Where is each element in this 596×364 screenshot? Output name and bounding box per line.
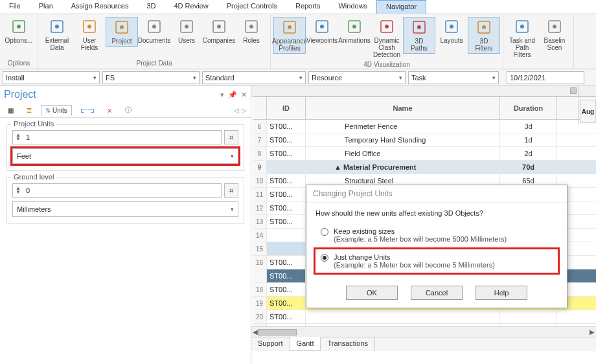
cell-id[interactable]: ST00... — [267, 133, 306, 146]
table-row[interactable]: 9▲ Material Procurement70d — [253, 161, 596, 174]
vscroll-up-icon[interactable] — [570, 87, 577, 94]
menu-3d[interactable]: 3D — [137, 0, 165, 14]
cell-name[interactable] — [306, 310, 500, 323]
hscrollbar[interactable]: ◀ ▶ — [251, 326, 596, 337]
col-name[interactable]: Name — [306, 97, 500, 119]
menu-assign-resources[interactable]: Assign Resources — [62, 0, 138, 14]
table-row[interactable]: 20ST00... — [253, 310, 596, 324]
documents-button[interactable]: Documents — [138, 17, 170, 45]
cell-duration[interactable] — [500, 310, 557, 323]
user-fields-button[interactable]: UserFields — [73, 17, 106, 52]
tab-delete[interactable]: ⨯ — [103, 106, 116, 115]
task-path-filters-button[interactable]: Task andPath Filters — [506, 17, 538, 60]
spinner-icon[interactable]: ▲▼ — [16, 187, 23, 194]
ground-dropdown[interactable]: Millimeters▾ — [12, 201, 238, 217]
cell-id[interactable] — [267, 242, 306, 255]
dropdown-icon[interactable]: ▾ — [220, 91, 224, 99]
layouts-button[interactable]: Layouts — [435, 17, 468, 45]
scroll-right-icon[interactable]: ▶ — [590, 328, 595, 336]
external-data-button[interactable]: ExternalData — [41, 17, 73, 52]
dynamic-clash-button[interactable]: Dynamic ClashDetection — [371, 17, 403, 60]
cell-id[interactable]: ST00... — [267, 120, 306, 133]
tab-units[interactable]: ⇅ Units — [41, 105, 72, 116]
cell-id[interactable] — [267, 161, 306, 174]
options-button[interactable]: Options... — [3, 17, 35, 45]
calc-button[interactable]: ⌗ — [224, 130, 238, 144]
standard-select[interactable]: Standard▾ — [202, 71, 306, 84]
tab-support[interactable]: Support — [251, 337, 290, 351]
3d-paths-button[interactable]: 3DPaths — [403, 17, 435, 54]
cell-duration[interactable]: 2d — [500, 147, 557, 160]
cell-id[interactable]: ST00... — [267, 201, 306, 214]
scroll-left-icon[interactable]: ◀ — [253, 328, 258, 336]
scroll-thumb[interactable] — [258, 329, 297, 336]
cell-id[interactable]: ST00... — [267, 188, 306, 201]
units-value-input[interactable]: ▲▼ 1 — [12, 130, 222, 144]
cell-id[interactable]: ST00... — [267, 174, 306, 187]
ok-button[interactable]: OK — [346, 286, 398, 300]
install-select[interactable]: Install▾ — [3, 71, 100, 84]
cell-id[interactable]: ST00... — [267, 256, 306, 269]
tab-stack[interactable]: ≣ — [23, 106, 36, 115]
menu-file[interactable]: File — [0, 0, 30, 14]
nav-next[interactable]: ▷ — [242, 107, 247, 114]
menu-4d-review[interactable]: 4D Review — [165, 0, 217, 14]
cell-name[interactable]: Temporary Hard Standing — [306, 133, 500, 146]
tab-transactions[interactable]: Transactions — [321, 337, 375, 351]
cell-name[interactable]: Field Office — [306, 147, 500, 160]
table-row[interactable]: 21ST00... — [253, 324, 596, 326]
cell-id[interactable]: ST00... — [267, 324, 306, 326]
animations-button[interactable]: Animations — [338, 17, 371, 45]
nav-prev[interactable]: ◁ — [234, 107, 239, 114]
radio-icon[interactable] — [321, 254, 328, 262]
units-dropdown[interactable]: Feet▾ — [12, 148, 238, 164]
ground-value-input[interactable]: ▲▼ 0 — [12, 183, 222, 198]
menu-project-controls[interactable]: Project Controls — [218, 0, 286, 14]
resource-select[interactable]: Resource▾ — [308, 71, 406, 84]
baseline-scen-button[interactable]: BaselinScen — [538, 17, 571, 52]
option-change-units[interactable]: Just change Units (Example: a 5 Meter bo… — [315, 249, 558, 273]
cell-name[interactable]: Perimeter Fence — [306, 120, 500, 133]
help-button[interactable]: Help — [476, 286, 527, 300]
cell-duration[interactable]: 3d — [500, 120, 557, 133]
tab-grid[interactable]: ▦ — [4, 106, 17, 115]
right-tab-aug[interactable]: Aug — [580, 100, 596, 123]
option-keep-sizes[interactable]: Keep existing sizes (Example: a 5 Meter … — [315, 223, 558, 247]
cell-id[interactable]: ST00... — [267, 215, 306, 228]
viewpoints-button[interactable]: Viewpoints — [306, 17, 338, 45]
cell-duration[interactable] — [500, 324, 557, 326]
tab-sliders[interactable]: ⫍⫎ — [77, 106, 98, 115]
cancel-button[interactable]: Cancel — [411, 286, 463, 300]
col-duration[interactable]: Duration — [500, 97, 557, 119]
roles-button[interactable]: Roles — [235, 17, 268, 45]
fs-select[interactable]: FS▾ — [102, 71, 200, 84]
companies-button[interactable]: Companies — [203, 17, 235, 45]
menu-plan[interactable]: Plan — [30, 0, 62, 14]
tab-gantt[interactable]: Gantt — [290, 337, 321, 351]
close-icon[interactable]: ✕ — [241, 91, 247, 99]
project-button[interactable]: Project — [106, 17, 138, 47]
col-id[interactable]: ID — [267, 97, 306, 119]
calc-button[interactable]: ⌗ — [224, 183, 238, 198]
cell-id[interactable]: ST00... — [267, 297, 306, 310]
appearance-profiles-button[interactable]: AppearanceProfiles — [273, 17, 306, 54]
cell-id[interactable] — [267, 229, 306, 242]
cell-id[interactable]: ST00... — [267, 269, 306, 282]
menu-navigator[interactable]: Navigator — [376, 0, 426, 14]
spinner-icon[interactable]: ▲▼ — [16, 133, 23, 141]
menu-reports[interactable]: Reports — [286, 0, 330, 14]
date-field[interactable]: 10/12/2021 — [507, 71, 584, 84]
cell-id[interactable]: ST00... — [267, 310, 306, 323]
cell-name[interactable] — [306, 324, 500, 326]
cell-name[interactable]: ▲ Material Procurement — [306, 161, 500, 174]
table-row[interactable]: 7ST00...Temporary Hard Standing1d — [253, 133, 596, 147]
3d-filters-button[interactable]: 3DFilters — [468, 17, 500, 54]
col-rownum[interactable] — [253, 97, 267, 119]
tab-info[interactable]: ⓘ — [121, 104, 135, 116]
users-button[interactable]: Users — [170, 17, 203, 45]
menu-windows[interactable]: Windows — [329, 0, 376, 14]
task-select[interactable]: Task▾ — [408, 71, 499, 84]
pin-icon[interactable]: 📌 — [228, 91, 237, 99]
table-row[interactable]: 6ST00...Perimeter Fence3d — [253, 120, 596, 133]
cell-id[interactable]: ST00... — [267, 147, 306, 160]
